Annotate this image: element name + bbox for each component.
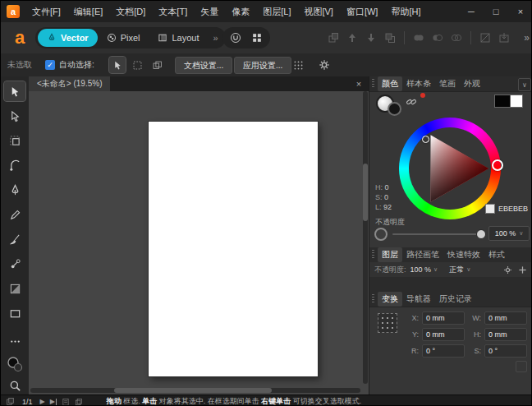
menu-view[interactable]: 视图[V] [297,1,339,22]
opacity-well[interactable] [374,228,388,241]
select-mode-layer-button[interactable] [149,57,165,73]
blend-mode-select[interactable]: 正常 [449,265,464,275]
opacity-value-field[interactable]: 100 % ∨ [488,226,530,241]
menu-help[interactable]: 帮助[H] [384,1,427,22]
insert-target-icon[interactable] [497,30,511,45]
gear-icon[interactable] [316,57,332,73]
pen-tool[interactable] [4,180,25,200]
boolean-add-icon[interactable] [411,30,426,45]
vertical-scrollbar-thumb[interactable] [363,164,368,221]
menu-file[interactable]: 文件[F] [25,1,67,22]
menu-document[interactable]: 文档[D] [109,1,152,22]
persona-overflow-chevron[interactable]: » [209,33,223,43]
fill-gradient-tool[interactable] [4,254,25,274]
hex-color-chip[interactable]: EBEBEB [485,204,528,214]
boolean-intersect-icon[interactable] [449,30,464,45]
link-colors-icon[interactable] [406,96,417,108]
auto-select-checkbox[interactable]: ✓ [45,60,55,70]
shape-tool[interactable] [4,303,25,323]
pixel-persona-button[interactable]: Pixel [98,29,149,47]
anchor-point-selector[interactable] [378,313,397,333]
opacity-slider-thumb[interactable] [476,229,486,239]
collapse-color-panel-icon[interactable]: ∨ [518,78,531,91]
auto-select-control[interactable]: ✓ 自动选择: [45,59,94,71]
layers-list[interactable] [369,277,532,292]
r-field[interactable]: 0 ° [422,344,465,358]
tab-layers[interactable]: 图层 [378,247,402,262]
minimize-button[interactable]: ─ [459,1,484,22]
order-up-icon[interactable] [345,30,360,45]
pencil-tool[interactable] [4,205,25,224]
document-close-icon[interactable]: × [352,76,365,91]
no-color-indicator[interactable] [420,93,425,98]
menu-window[interactable]: 窗口[W] [340,1,385,22]
panel-drag-handle[interactable] [372,294,374,304]
tab-swatches[interactable]: 样本条 [402,76,435,91]
blend-options-gear-icon[interactable] [503,265,512,275]
dotted-grid-icon[interactable] [290,57,306,73]
vertical-scrollbar[interactable] [363,91,368,384]
vector-persona-button[interactable]: Vector [38,29,98,47]
y-field[interactable]: 0 mm [422,328,465,341]
grid-toggle[interactable] [246,29,268,47]
stroke-color-well[interactable] [388,102,401,116]
document-tab[interactable]: <未命名> (19.5%) [29,76,110,91]
menu-text[interactable]: 文本[T] [152,1,194,22]
layers-opacity-value[interactable]: 100 % [410,265,432,274]
corner-tool[interactable] [4,155,25,175]
tab-appearance[interactable]: 外观 [460,76,484,91]
close-button[interactable]: × [508,1,532,22]
opacity-slider[interactable] [392,233,479,235]
select-mode-cursor-button[interactable] [109,57,126,73]
contour-tool[interactable] [4,131,25,150]
menu-layer[interactable]: 图层[L] [256,1,297,22]
zoom-tool[interactable] [4,376,25,395]
shear-mode-icon[interactable] [516,361,527,372]
horizontal-scrollbar[interactable] [30,388,360,393]
black-swatch[interactable] [494,95,511,108]
layout-persona-button[interactable]: Layout [149,29,208,47]
vector-brush-tool[interactable] [4,229,25,249]
hue-marker[interactable] [492,159,503,171]
w-field[interactable]: 0 mm [484,311,527,325]
node-tool[interactable] [4,106,25,126]
application-setup-button[interactable]: 应用设置... [234,57,291,74]
order-down-icon[interactable] [364,30,378,45]
fill-stroke-swatch[interactable] [4,354,25,374]
white-swatch[interactable] [511,95,523,108]
toolbar-overflow-chevron[interactable]: » [524,27,530,48]
duplicate-icon[interactable] [75,398,83,406]
tab-path-brushes[interactable]: 路径画笔 [402,247,443,262]
horizontal-scrollbar-thumb[interactable] [114,388,272,393]
boolean-subtract-icon[interactable] [430,30,445,45]
menu-pixel[interactable]: 像素 [225,1,256,22]
x-field[interactable]: 0 mm [422,311,465,325]
tab-history[interactable]: 历史记录 [435,292,476,307]
tab-stroke[interactable]: 笔画 [435,76,460,91]
clipboard-icon[interactable] [62,398,70,406]
next-page-button[interactable]: ▶ [40,398,45,405]
order-front-icon[interactable] [326,30,341,45]
select-mode-marquee-button[interactable] [129,57,145,73]
transparency-tool[interactable] [4,279,25,298]
move-tool[interactable] [4,81,25,101]
order-back-icon[interactable] [383,30,397,45]
tab-color[interactable]: 颜色 [378,76,402,91]
menu-edit[interactable]: 编辑[E] [67,1,109,22]
panel-drag-handle[interactable] [372,250,374,260]
tab-quick-fx[interactable]: 快速特效 [443,247,484,262]
menu-vector[interactable]: 矢量 [194,1,225,22]
lightness-marker[interactable] [422,136,429,143]
panel-drag-handle[interactable] [372,79,374,89]
divide-icon[interactable] [478,30,493,45]
maximize-button[interactable]: □ [484,1,508,22]
document-setup-button[interactable]: 文档设置... [175,57,232,74]
more-tools-button[interactable] [4,331,25,351]
hsl-triangle[interactable] [409,127,491,210]
canvas-area[interactable]: <未命名> (19.5%) × [29,76,369,394]
last-page-button[interactable]: ▶ [50,398,57,405]
artboard-page[interactable] [149,122,318,376]
snapping-toggle[interactable] [225,29,246,47]
s-field[interactable]: 0 ° [484,344,527,358]
tab-styles[interactable]: 样式 [484,247,509,262]
